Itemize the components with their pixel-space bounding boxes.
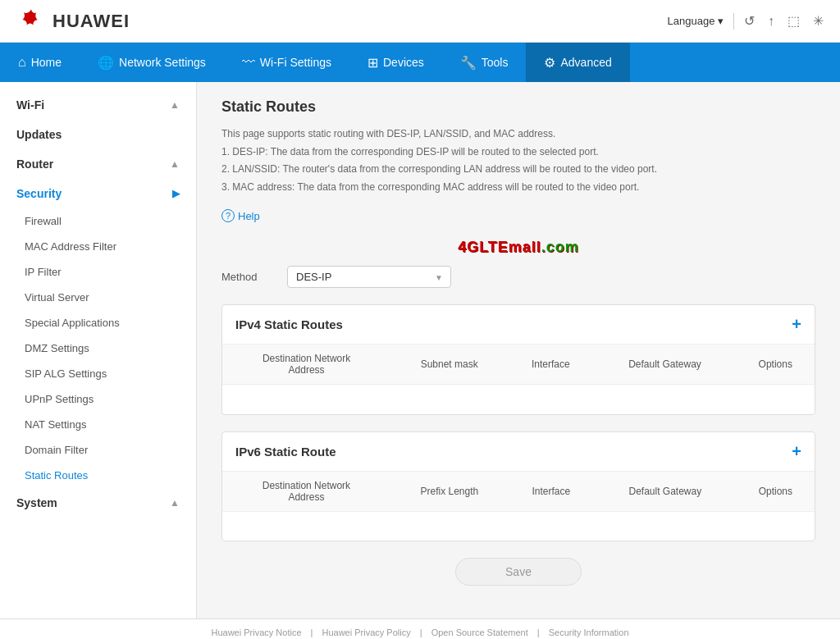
help-circle-icon: ? bbox=[221, 209, 235, 222]
main-layout: Wi-Fi ▲ Updates Router ▲ Security ▶ Fire… bbox=[0, 82, 840, 618]
ipv6-col-interface: Interface bbox=[509, 472, 594, 512]
sidebar-wifi-group[interactable]: Wi-Fi ▲ bbox=[0, 90, 196, 120]
save-button[interactable]: Save bbox=[455, 558, 582, 586]
advanced-icon: ⚙ bbox=[544, 55, 555, 71]
ipv6-add-button[interactable]: + bbox=[792, 442, 801, 461]
method-label: Method bbox=[221, 271, 271, 283]
nav-tools[interactable]: 🔧 Tools bbox=[442, 43, 527, 82]
ipv4-empty-row bbox=[222, 385, 815, 414]
sidebar-item-static-routes[interactable]: Static Routes bbox=[0, 463, 196, 488]
sidebar-item-firewall[interactable]: Firewall bbox=[0, 208, 196, 234]
wifi-collapse-icon: ▲ bbox=[170, 99, 180, 111]
ipv6-table: Destination NetworkAddress Prefix Length… bbox=[222, 472, 815, 541]
wifi-icon: 〰 bbox=[242, 55, 255, 70]
method-row: Method DES-IP LAN/SSID MAC Address bbox=[221, 266, 815, 288]
footer-sep-3: | bbox=[537, 628, 540, 637]
sidebar-updates-group[interactable]: Updates bbox=[0, 120, 196, 149]
ipv4-table-section: IPv4 Static Routes + Destination Network… bbox=[221, 304, 815, 415]
nav-devices[interactable]: ⊞ Devices bbox=[349, 43, 442, 82]
sidebar-security-section: Security ▶ Firewall MAC Address Filter I… bbox=[0, 179, 196, 488]
watermark-com: .com bbox=[541, 239, 579, 255]
sidebar-security-group[interactable]: Security ▶ bbox=[0, 179, 196, 208]
sidebar-item-upnp[interactable]: UPnP Settings bbox=[0, 386, 196, 412]
ipv6-table-section: IPv6 Static Route + Destination NetworkA… bbox=[221, 431, 815, 542]
nav-home[interactable]: ⌂ Home bbox=[0, 43, 80, 82]
sidebar-router-label: Router bbox=[16, 157, 53, 171]
main-nav: ⌂ Home 🌐 Network Settings 〰 Wi-Fi Settin… bbox=[0, 43, 840, 82]
sidebar-item-domain-filter[interactable]: Domain Filter bbox=[0, 437, 196, 463]
router-collapse-icon: ▲ bbox=[170, 158, 180, 170]
system-collapse-icon: ▲ bbox=[170, 497, 180, 509]
ipv4-cell-subnet bbox=[390, 385, 508, 414]
ipv6-cell-dest bbox=[222, 511, 390, 541]
sidebar-item-nat[interactable]: NAT Settings bbox=[0, 412, 196, 437]
desc-line-4: 3. MAC address: The data from the corres… bbox=[221, 181, 639, 193]
nav-advanced-label: Advanced bbox=[560, 56, 611, 69]
header: HUAWEI Language ▾ ↺ ↑ ⬚ ✳ bbox=[0, 0, 840, 43]
sidebar-system-label: System bbox=[16, 496, 57, 509]
refresh-icon[interactable]: ↺ bbox=[744, 13, 755, 29]
sidebar-security-label: Security bbox=[16, 187, 62, 200]
nav-network-label: Network Settings bbox=[119, 56, 206, 69]
ipv4-add-button[interactable]: + bbox=[792, 315, 801, 334]
sidebar-router-section: Router ▲ bbox=[0, 149, 196, 179]
sidebar-item-special-apps[interactable]: Special Applications bbox=[0, 310, 196, 335]
footer-privacy-notice[interactable]: Huawei Privacy Notice bbox=[211, 628, 301, 637]
footer-privacy-policy[interactable]: Huawei Privacy Policy bbox=[322, 628, 411, 637]
sidebar-system-group[interactable]: System ▲ bbox=[0, 488, 196, 518]
nav-wifi-settings[interactable]: 〰 Wi-Fi Settings bbox=[224, 43, 349, 82]
ipv4-table-header-row: Destination NetworkAddress Subnet mask I… bbox=[222, 345, 815, 385]
desc-line-1: This page supports static routing with D… bbox=[221, 128, 555, 139]
ipv4-section-title: IPv4 Static Routes bbox=[235, 317, 343, 331]
help-link[interactable]: ? Help bbox=[221, 209, 815, 222]
tools-icon: 🔧 bbox=[460, 55, 477, 71]
ipv6-empty-row bbox=[222, 511, 815, 541]
ipv4-cell-gateway bbox=[593, 385, 736, 414]
footer-row-1: Huawei Privacy Notice | Huawei Privacy P… bbox=[16, 628, 824, 637]
logout-icon[interactable]: ⬚ bbox=[788, 13, 800, 29]
method-select[interactable]: DES-IP LAN/SSID MAC Address bbox=[287, 266, 451, 288]
content-area: Static Routes This page supports static … bbox=[197, 82, 840, 618]
nav-network-settings[interactable]: 🌐 Network Settings bbox=[80, 43, 224, 82]
footer-sep-1: | bbox=[311, 628, 313, 637]
footer-security-info[interactable]: Security Information bbox=[549, 628, 629, 637]
desc-line-2: 1. DES-IP: The data from the correspondi… bbox=[221, 146, 599, 157]
footer-open-source[interactable]: Open Source Statement bbox=[431, 628, 528, 637]
page-description: This page supports static routing with D… bbox=[221, 126, 815, 196]
ipv4-col-options: Options bbox=[737, 345, 815, 385]
footer-sep-2: | bbox=[420, 628, 422, 637]
ipv4-section-header: IPv4 Static Routes + bbox=[222, 305, 815, 345]
ipv6-col-options: Options bbox=[737, 472, 815, 512]
ipv6-section-header: IPv6 Static Route + bbox=[222, 432, 815, 472]
sidebar-wifi-label: Wi-Fi bbox=[16, 98, 44, 112]
method-select-wrapper: DES-IP LAN/SSID MAC Address bbox=[287, 266, 451, 288]
ipv6-table-header-row: Destination NetworkAddress Prefix Length… bbox=[222, 472, 815, 512]
help-label: Help bbox=[238, 210, 260, 222]
desc-line-3: 2. LAN/SSID: The router's data from the … bbox=[221, 163, 657, 175]
sidebar-item-virtual-server[interactable]: Virtual Server bbox=[0, 285, 196, 310]
sidebar-item-dmz[interactable]: DMZ Settings bbox=[0, 335, 196, 361]
sidebar-wifi-section: Wi-Fi ▲ bbox=[0, 90, 196, 120]
ipv4-table: Destination NetworkAddress Subnet mask I… bbox=[222, 345, 815, 414]
devices-icon: ⊞ bbox=[368, 55, 378, 71]
page-title: Static Routes bbox=[221, 98, 815, 116]
ipv4-col-subnet: Subnet mask bbox=[390, 345, 508, 385]
sidebar-updates-label: Updates bbox=[16, 128, 62, 141]
language-button[interactable]: Language ▾ bbox=[668, 15, 724, 27]
sidebar-system-section: System ▲ bbox=[0, 488, 196, 518]
ipv6-cell-prefix bbox=[390, 511, 509, 541]
ipv6-col-prefix: Prefix Length bbox=[390, 472, 509, 512]
sidebar-router-group[interactable]: Router ▲ bbox=[0, 149, 196, 179]
sidebar-item-ip-filter[interactable]: IP Filter bbox=[0, 259, 196, 285]
ipv6-cell-gateway bbox=[594, 511, 737, 541]
header-right: Language ▾ ↺ ↑ ⬚ ✳ bbox=[668, 13, 824, 30]
sidebar-item-sip-alg[interactable]: SIP ALG Settings bbox=[0, 361, 196, 386]
nav-advanced[interactable]: ⚙ Advanced bbox=[526, 43, 629, 82]
nav-tools-label: Tools bbox=[482, 56, 509, 69]
ipv6-section-title: IPv6 Static Route bbox=[235, 445, 336, 459]
ipv4-cell-dest bbox=[222, 385, 390, 414]
upload-icon[interactable]: ↑ bbox=[768, 14, 774, 29]
nav-devices-label: Devices bbox=[383, 56, 424, 69]
sidebar-item-mac-filter[interactable]: MAC Address Filter bbox=[0, 234, 196, 259]
settings-spin-icon[interactable]: ✳ bbox=[813, 13, 824, 29]
